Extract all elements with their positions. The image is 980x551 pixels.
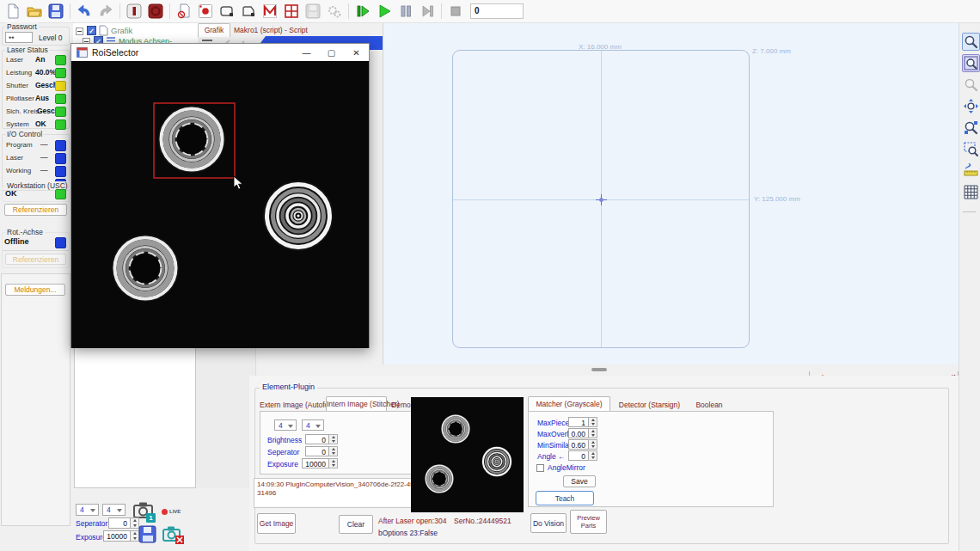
maxpiece-spinner[interactable]: [589, 417, 597, 427]
save-image-icon[interactable]: [138, 525, 157, 543]
plugin-seperator-label: Seperator: [267, 448, 299, 456]
do-vision-button[interactable]: Do Vision: [530, 513, 567, 533]
maxpiece-field[interactable]: 1: [568, 417, 589, 427]
toolbar-separator: [70, 3, 70, 19]
angle-spinner[interactable]: [589, 450, 597, 461]
undo-icon[interactable]: [74, 2, 95, 21]
splitter-grip[interactable]: [591, 368, 607, 371]
io-row: Program—: [3, 140, 69, 151]
status-row: Leistung40.0%: [3, 68, 69, 79]
teach-button[interactable]: Teach: [536, 491, 594, 505]
plugin-exposure-spinner[interactable]: [329, 458, 338, 468]
status-led: [55, 119, 66, 130]
tab-grafik[interactable]: Grafik: [198, 23, 230, 37]
open-folder-icon[interactable]: [24, 2, 45, 21]
divider: [3, 250, 69, 251]
maxoverlap-field[interactable]: 0.00: [568, 428, 589, 438]
roi-image-area[interactable]: [71, 61, 369, 348]
tab-detector[interactable]: Detector (Starsign): [611, 399, 688, 411]
exposure-field[interactable]: 10000: [103, 530, 131, 542]
angle-field[interactable]: 0: [568, 450, 589, 461]
io-label: Laser: [6, 154, 23, 162]
zoom-previous-button: [962, 76, 980, 94]
close-button[interactable]: ✕: [344, 44, 369, 61]
grid-y-dropdown[interactable]: 4: [102, 504, 126, 516]
exposure-label: Exposure: [76, 533, 107, 542]
status-sidebar: Passwort ** Level 0 Laser Status LaserAn…: [0, 23, 73, 551]
new-document-icon[interactable]: [3, 2, 23, 21]
minimize-button[interactable]: —: [294, 44, 319, 61]
io-label: Program: [6, 141, 33, 149]
plugin-seperator-field[interactable]: 0: [305, 446, 329, 456]
grid-x-dropdown[interactable]: 4: [76, 504, 99, 516]
preview-parts-button[interactable]: Preview Parts: [570, 510, 607, 534]
status-value: 40.0%: [35, 68, 56, 77]
tab-extern-image[interactable]: Extern Image (Autofocus): [260, 399, 325, 411]
status-label: Shutter: [6, 82, 28, 89]
counter-field[interactable]: 0: [470, 3, 524, 19]
marking-canvas[interactable]: X: 16.000 mm Z: 7.000 mm Y: 125.000 mm: [383, 23, 959, 364]
anglemirror-checkbox[interactable]: [536, 464, 544, 472]
save-icon[interactable]: [46, 2, 66, 21]
tree-checkbox[interactable]: ✓: [87, 26, 96, 35]
plugin-seperator-spinner[interactable]: [329, 446, 338, 456]
plugin-exposure-field[interactable]: 10000: [302, 458, 329, 468]
zoom-fit-button[interactable]: [962, 54, 980, 72]
tab-makro[interactable]: Makro1 (script) - Script: [234, 25, 339, 37]
run-icon[interactable]: [374, 2, 395, 21]
minsimilar-spinner[interactable]: [589, 439, 597, 450]
status-label: Leistung: [6, 69, 32, 77]
brightness-field[interactable]: 0: [305, 434, 329, 444]
plugin-grid-y-dropdown[interactable]: 4: [302, 419, 324, 431]
brightness-spinner[interactable]: [329, 434, 338, 444]
tree-expander-icon[interactable]: [76, 28, 83, 35]
grid-toggle-button[interactable]: [962, 183, 980, 201]
tab-boolean[interactable]: Boolean: [689, 399, 730, 411]
document-icon: [99, 25, 108, 36]
tab-matcher[interactable]: Matcher (Grayscale): [528, 396, 610, 411]
mark-vector-icon[interactable]: [260, 2, 280, 21]
clear-button[interactable]: Clear: [339, 515, 373, 534]
mark-abort-icon[interactable]: [174, 2, 194, 21]
tool-divider: [963, 211, 976, 212]
referenzieren-button[interactable]: Referenzieren: [4, 204, 67, 216]
zoom-button[interactable]: [962, 33, 980, 51]
laser-on-icon[interactable]: [124, 2, 144, 21]
seperator-field[interactable]: 0: [108, 517, 131, 529]
run-single-icon[interactable]: [352, 2, 373, 21]
get-image-button[interactable]: Get Image: [257, 513, 296, 534]
maximize-button[interactable]: ▢: [319, 44, 344, 61]
mark-point-icon[interactable]: [195, 2, 216, 21]
rot-achse-led: [55, 237, 66, 248]
angle-label: Angle ←: [537, 452, 566, 461]
window-titlebar[interactable]: RoiSelector — ▢ ✕: [71, 44, 369, 61]
camera-delete-icon[interactable]: [162, 525, 185, 544]
measure-button[interactable]: [962, 162, 980, 180]
passwort-group: Passwort ** Level 0: [2, 27, 70, 46]
plugin-grid-x-dropdown[interactable]: 4: [274, 419, 297, 431]
grid-cells-icon[interactable]: [281, 2, 302, 21]
status-row: Sich. KreisGeschl.: [3, 107, 69, 118]
minsimilar-field[interactable]: 0.60: [568, 439, 589, 450]
shape-poly-icon[interactable]: [238, 2, 259, 21]
workstation-led: [55, 189, 66, 199]
zoom-dynamic-button[interactable]: [962, 119, 980, 137]
status-led: [55, 107, 66, 117]
laser-off-icon[interactable]: [145, 2, 166, 21]
passwort-title: Passwort: [5, 22, 39, 31]
rot-achse-value: Offline: [4, 237, 29, 246]
tab-intern-image[interactable]: Intern Image (Stitcher): [326, 396, 387, 411]
pan-button[interactable]: [962, 97, 980, 115]
preview-image[interactable]: [411, 397, 524, 512]
minsimilar-label: MinSimilar: [537, 441, 572, 450]
zoom-window-button[interactable]: [962, 140, 980, 158]
maxoverlap-spinner[interactable]: [589, 428, 597, 438]
redo-icon[interactable]: [95, 2, 116, 21]
shape-rect-icon[interactable]: [217, 2, 237, 21]
repeat-icon: [417, 2, 438, 21]
meldungen-button[interactable]: Meldungen...: [5, 284, 65, 296]
save-button[interactable]: Save: [563, 475, 596, 487]
passwort-input[interactable]: **: [5, 32, 33, 43]
workstation-group: Workstation (USC) OK: [2, 186, 70, 202]
tree-label-root[interactable]: Grafik: [111, 26, 132, 35]
